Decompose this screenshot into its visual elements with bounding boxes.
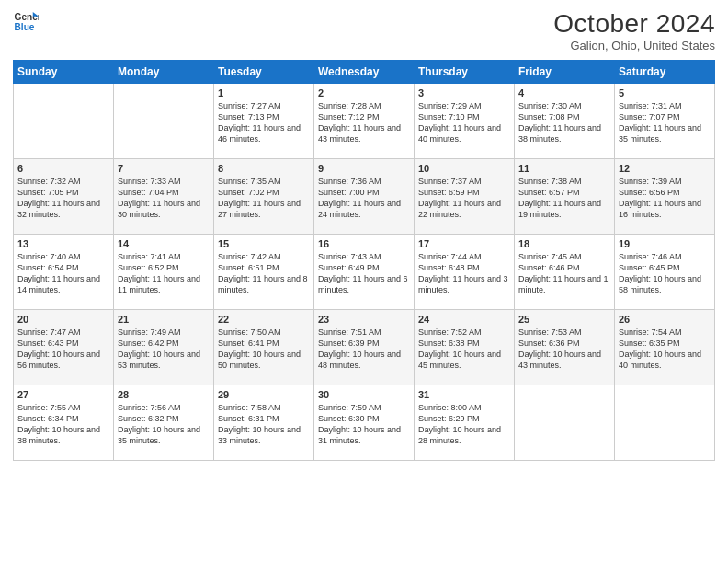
- day-number: 31: [418, 389, 510, 400]
- day-number: 4: [518, 87, 610, 98]
- sunrise-info: Sunrise: 7:49 AM: [118, 327, 210, 338]
- sunset-info: Sunset: 6:48 PM: [418, 262, 510, 273]
- sunrise-info: Sunrise: 7:28 AM: [318, 100, 410, 111]
- day-cell: 11Sunrise: 7:38 AMSunset: 6:57 PMDayligh…: [515, 159, 615, 235]
- sunrise-info: Sunrise: 7:54 AM: [619, 327, 711, 338]
- sunrise-info: Sunrise: 7:42 AM: [218, 251, 310, 262]
- day-cell: 8Sunrise: 7:35 AMSunset: 7:02 PMDaylight…: [214, 159, 314, 235]
- sunrise-info: Sunrise: 7:53 AM: [518, 327, 610, 338]
- day-cell: 22Sunrise: 7:50 AMSunset: 6:41 PMDayligh…: [214, 310, 314, 385]
- sunset-info: Sunset: 7:02 PM: [218, 187, 310, 198]
- sunrise-info: Sunrise: 7:31 AM: [619, 100, 711, 111]
- day-cell: 2Sunrise: 7:28 AMSunset: 7:12 PMDaylight…: [314, 84, 415, 159]
- day-number: 22: [218, 314, 310, 325]
- day-number: 13: [17, 238, 109, 249]
- daylight-info: Daylight: 10 hours and 58 minutes.: [619, 273, 711, 295]
- sunrise-info: Sunrise: 7:41 AM: [118, 251, 210, 262]
- col-header-wednesday: Wednesday: [314, 61, 415, 84]
- day-cell: 29Sunrise: 7:58 AMSunset: 6:31 PMDayligh…: [214, 385, 314, 461]
- sunset-info: Sunset: 6:35 PM: [619, 338, 711, 349]
- day-cell: 5Sunrise: 7:31 AMSunset: 7:07 PMDaylight…: [615, 84, 715, 159]
- day-number: 7: [118, 163, 210, 174]
- sunset-info: Sunset: 6:41 PM: [218, 338, 310, 349]
- day-number: 19: [619, 238, 711, 249]
- location: Galion, Ohio, United States: [553, 39, 715, 52]
- daylight-info: Daylight: 11 hours and 22 minutes.: [418, 198, 510, 220]
- sunrise-info: Sunrise: 7:39 AM: [619, 176, 711, 187]
- sunrise-info: Sunrise: 7:46 AM: [619, 251, 711, 262]
- sunrise-info: Sunrise: 7:56 AM: [118, 402, 210, 413]
- day-number: 5: [619, 87, 711, 98]
- sunrise-info: Sunrise: 7:38 AM: [518, 176, 610, 187]
- title-block: October 2024 Galion, Ohio, United States: [553, 9, 715, 52]
- sunrise-info: Sunrise: 8:00 AM: [418, 402, 510, 413]
- col-header-sunday: Sunday: [14, 61, 114, 84]
- sunset-info: Sunset: 6:32 PM: [118, 413, 210, 424]
- day-cell: 21Sunrise: 7:49 AMSunset: 6:42 PMDayligh…: [114, 310, 214, 385]
- sunset-info: Sunset: 6:52 PM: [118, 262, 210, 273]
- day-cell: 20Sunrise: 7:47 AMSunset: 6:43 PMDayligh…: [14, 310, 114, 385]
- day-cell: 10Sunrise: 7:37 AMSunset: 6:59 PMDayligh…: [415, 159, 515, 235]
- col-header-friday: Friday: [515, 61, 615, 84]
- day-number: 21: [118, 314, 210, 325]
- day-cell: 15Sunrise: 7:42 AMSunset: 6:51 PMDayligh…: [214, 235, 314, 310]
- daylight-info: Daylight: 10 hours and 56 minutes.: [17, 349, 109, 371]
- sunset-info: Sunset: 7:00 PM: [318, 187, 410, 198]
- sunrise-info: Sunrise: 7:33 AM: [118, 176, 210, 187]
- daylight-info: Daylight: 10 hours and 50 minutes.: [218, 349, 310, 371]
- week-row-5: 27Sunrise: 7:55 AMSunset: 6:34 PMDayligh…: [14, 385, 715, 461]
- day-number: 3: [418, 87, 510, 98]
- sunrise-info: Sunrise: 7:29 AM: [418, 100, 510, 111]
- header: General Blue October 2024 Galion, Ohio, …: [13, 9, 715, 52]
- daylight-info: Daylight: 10 hours and 53 minutes.: [118, 349, 210, 371]
- col-header-saturday: Saturday: [615, 61, 715, 84]
- day-cell: 7Sunrise: 7:33 AMSunset: 7:04 PMDaylight…: [114, 159, 214, 235]
- logo-icon: General Blue: [13, 9, 39, 35]
- sunset-info: Sunset: 6:45 PM: [619, 262, 711, 273]
- sunset-info: Sunset: 6:36 PM: [518, 338, 610, 349]
- daylight-info: Daylight: 11 hours and 46 minutes.: [218, 122, 310, 144]
- sunrise-info: Sunrise: 7:32 AM: [17, 176, 109, 187]
- day-cell: 14Sunrise: 7:41 AMSunset: 6:52 PMDayligh…: [114, 235, 214, 310]
- day-number: 20: [17, 314, 109, 325]
- sunset-info: Sunset: 6:59 PM: [418, 187, 510, 198]
- day-cell: 23Sunrise: 7:51 AMSunset: 6:39 PMDayligh…: [314, 310, 415, 385]
- sunset-info: Sunset: 6:51 PM: [218, 262, 310, 273]
- day-number: 8: [218, 163, 310, 174]
- day-cell: 25Sunrise: 7:53 AMSunset: 6:36 PMDayligh…: [515, 310, 615, 385]
- daylight-info: Daylight: 11 hours and 24 minutes.: [318, 198, 410, 220]
- sunrise-info: Sunrise: 7:47 AM: [17, 327, 109, 338]
- day-cell: 30Sunrise: 7:59 AMSunset: 6:30 PMDayligh…: [314, 385, 415, 461]
- daylight-info: Daylight: 11 hours and 19 minutes.: [518, 198, 610, 220]
- page: General Blue October 2024 Galion, Ohio, …: [0, 0, 728, 563]
- day-cell: 17Sunrise: 7:44 AMSunset: 6:48 PMDayligh…: [415, 235, 515, 310]
- daylight-info: Daylight: 11 hours and 3 minutes.: [418, 273, 510, 295]
- col-header-monday: Monday: [114, 61, 214, 84]
- daylight-info: Daylight: 11 hours and 30 minutes.: [118, 198, 210, 220]
- day-cell: 31Sunrise: 8:00 AMSunset: 6:29 PMDayligh…: [415, 385, 515, 461]
- svg-text:Blue: Blue: [15, 22, 35, 32]
- day-number: 18: [518, 238, 610, 249]
- col-header-thursday: Thursday: [415, 61, 515, 84]
- sunrise-info: Sunrise: 7:30 AM: [518, 100, 610, 111]
- day-cell: 24Sunrise: 7:52 AMSunset: 6:38 PMDayligh…: [415, 310, 515, 385]
- calendar-header-row: SundayMondayTuesdayWednesdayThursdayFrid…: [14, 61, 715, 84]
- day-cell: 1Sunrise: 7:27 AMSunset: 7:13 PMDaylight…: [214, 84, 314, 159]
- day-cell: 6Sunrise: 7:32 AMSunset: 7:05 PMDaylight…: [14, 159, 114, 235]
- sunset-info: Sunset: 6:42 PM: [118, 338, 210, 349]
- sunrise-info: Sunrise: 7:27 AM: [218, 100, 310, 111]
- day-number: 17: [418, 238, 510, 249]
- sunrise-info: Sunrise: 7:37 AM: [418, 176, 510, 187]
- day-cell: 16Sunrise: 7:43 AMSunset: 6:49 PMDayligh…: [314, 235, 415, 310]
- day-number: 14: [118, 238, 210, 249]
- week-row-3: 13Sunrise: 7:40 AMSunset: 6:54 PMDayligh…: [14, 235, 715, 310]
- day-cell: 19Sunrise: 7:46 AMSunset: 6:45 PMDayligh…: [615, 235, 715, 310]
- sunset-info: Sunset: 7:04 PM: [118, 187, 210, 198]
- sunset-info: Sunset: 6:39 PM: [318, 338, 410, 349]
- day-cell: 26Sunrise: 7:54 AMSunset: 6:35 PMDayligh…: [615, 310, 715, 385]
- daylight-info: Daylight: 11 hours and 32 minutes.: [17, 198, 109, 220]
- sunset-info: Sunset: 6:29 PM: [418, 413, 510, 424]
- day-cell: 4Sunrise: 7:30 AMSunset: 7:08 PMDaylight…: [515, 84, 615, 159]
- daylight-info: Daylight: 11 hours and 11 minutes.: [118, 273, 210, 295]
- day-number: 29: [218, 389, 310, 400]
